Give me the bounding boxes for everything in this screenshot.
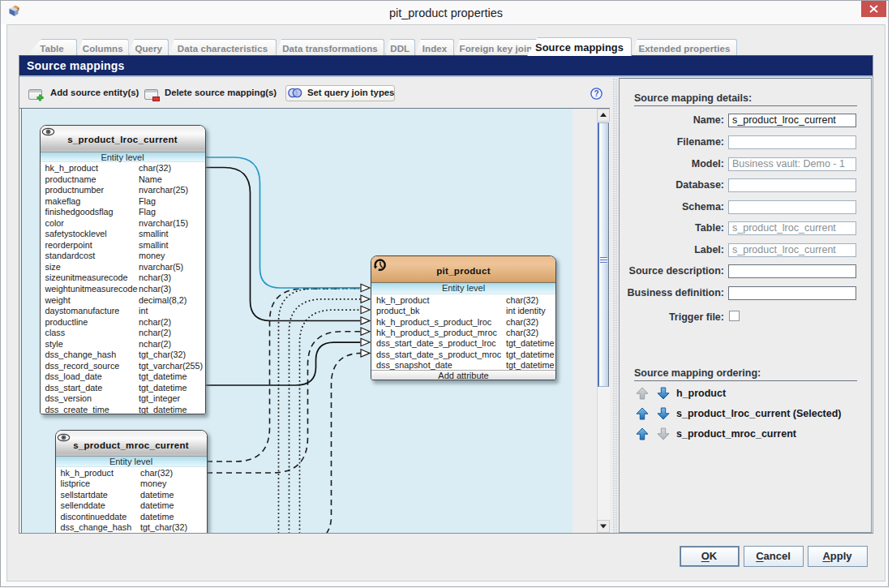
svg-text:?: ?	[594, 89, 598, 98]
